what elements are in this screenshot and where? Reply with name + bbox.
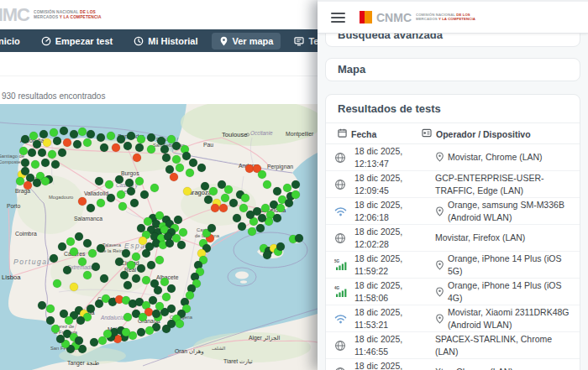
test-result-dot[interactable] [162, 154, 171, 162]
test-result-dot[interactable] [258, 170, 266, 179]
test-result-dot[interactable] [145, 326, 154, 335]
test-result-dot[interactable] [48, 150, 56, 159]
test-result-dot[interactable] [87, 204, 95, 212]
test-result-dot[interactable] [211, 204, 219, 212]
test-result-dot[interactable] [117, 135, 125, 143]
test-result-dot[interactable] [78, 197, 87, 206]
test-result-dot[interactable] [70, 130, 78, 138]
test-result-dot[interactable] [152, 310, 160, 318]
test-result-dot[interactable] [33, 140, 41, 149]
busqueda-avanzada-section[interactable]: Búsqueda avanzada [325, 34, 580, 47]
test-result-dot[interactable] [28, 149, 36, 157]
test-result-dot[interactable] [132, 253, 140, 261]
test-result-dot[interactable] [73, 140, 81, 149]
test-result-dot[interactable] [105, 180, 113, 189]
test-result-dot[interactable] [167, 284, 176, 293]
test-result-dot[interactable] [246, 211, 255, 219]
test-result-dot[interactable] [174, 216, 182, 224]
test-result-dot[interactable] [115, 175, 123, 184]
test-result-dot[interactable] [137, 328, 145, 336]
test-result-dot[interactable] [78, 128, 87, 136]
test-result-dot[interactable] [176, 164, 184, 172]
test-result-dot[interactable] [245, 164, 254, 173]
test-result-dot[interactable] [137, 135, 145, 143]
test-result-dot[interactable] [122, 328, 130, 336]
test-result-dot[interactable] [38, 301, 46, 310]
test-result-dot[interactable] [53, 279, 61, 288]
test-result-dot[interactable] [58, 242, 66, 251]
test-result-dot[interactable] [83, 138, 92, 147]
table-row[interactable]: 4G18 dic 2025,11:58:06Orange, iPhone 14 … [326, 279, 580, 305]
test-result-dot[interactable] [176, 320, 184, 328]
test-result-dot[interactable] [273, 187, 281, 195]
test-result-dot[interactable] [29, 132, 38, 140]
test-result-dot[interactable] [90, 338, 98, 347]
test-result-dot[interactable] [201, 182, 209, 190]
test-result-dot[interactable] [150, 184, 159, 192]
test-result-dot[interactable] [118, 202, 127, 211]
test-result-dot[interactable] [39, 130, 48, 138]
test-result-dot[interactable] [177, 241, 186, 249]
resultados-title[interactable]: Resultados de tests [326, 95, 580, 122]
test-result-dot[interactable] [83, 239, 92, 248]
test-result-dot[interactable] [160, 278, 169, 286]
test-result-dot[interactable] [127, 187, 135, 195]
test-result-dot[interactable] [258, 214, 266, 222]
test-result-dot[interactable] [51, 325, 60, 333]
test-result-dot[interactable] [155, 302, 164, 310]
test-result-dot[interactable] [107, 194, 115, 202]
table-row[interactable]: 18 dic 2025,12:09:45GCP-ENTERPRISE-USER-… [326, 171, 580, 198]
test-result-dot[interactable] [46, 316, 55, 325]
test-result-dot[interactable] [75, 336, 83, 345]
test-result-dot[interactable] [50, 254, 58, 263]
test-result-dot[interactable] [43, 138, 51, 147]
test-result-dot[interactable] [147, 145, 155, 154]
test-result-dot[interactable] [263, 180, 271, 189]
test-result-dot[interactable] [103, 330, 112, 338]
map[interactable]: A CoruñaSantiago deCompostelaOurenseBrag… [0, 104, 318, 370]
test-result-dot[interactable] [125, 179, 134, 187]
test-result-dot[interactable] [238, 222, 246, 231]
test-result-dot[interactable] [139, 313, 147, 321]
test-result-dot[interactable] [207, 224, 216, 232]
test-result-dot[interactable] [162, 325, 171, 333]
test-result-dot[interactable] [53, 137, 61, 145]
test-result-dot[interactable] [209, 187, 218, 195]
test-result-dot[interactable] [139, 237, 147, 245]
test-result-dot[interactable] [100, 143, 108, 152]
test-result-dot[interactable] [189, 159, 197, 167]
table-row[interactable]: 18 dic 2025,11:46:55SPACEX-STARLINK, Chr… [326, 332, 580, 359]
test-result-dot[interactable] [241, 194, 249, 202]
test-result-dot[interactable] [263, 251, 271, 259]
test-result-dot[interactable] [167, 305, 176, 313]
test-result-dot[interactable] [16, 177, 24, 185]
test-result-dot[interactable] [33, 179, 41, 187]
test-result-dot[interactable] [172, 155, 181, 164]
test-result-dot[interactable] [224, 185, 233, 194]
test-result-dot[interactable] [140, 190, 149, 199]
mapa-section[interactable]: Mapa [325, 58, 580, 81]
test-result-dot[interactable] [97, 199, 105, 207]
table-row[interactable]: 18 dic 2025,11:53:21Movistar, Xiaomi 231… [326, 305, 580, 332]
test-result-dot[interactable] [154, 286, 162, 294]
table-row[interactable]: 5G18 dic 2025,11:59:22Orange, iPhone 14 … [326, 252, 580, 279]
test-result-dot[interactable] [204, 195, 213, 204]
test-result-dot[interactable] [179, 228, 187, 237]
test-result-dot[interactable] [137, 264, 145, 273]
menu-icon[interactable] [331, 13, 345, 23]
test-result-dot[interactable] [133, 154, 141, 162]
test-result-dot[interactable] [183, 187, 192, 195]
table-row[interactable]: 18 dic 2025,11:41:16Xtra, Chrome (LAN) [326, 359, 580, 370]
test-result-dot[interactable] [97, 133, 105, 142]
test-result-dot[interactable] [112, 143, 120, 152]
test-result-dot[interactable] [41, 177, 50, 185]
test-result-dot[interactable] [58, 149, 66, 157]
test-result-dot[interactable] [75, 232, 83, 241]
test-result-dot[interactable] [88, 249, 97, 258]
test-result-dot[interactable] [291, 190, 300, 199]
test-result-dot[interactable] [142, 276, 150, 284]
test-result-dot[interactable] [155, 256, 164, 264]
test-result-dot[interactable] [50, 128, 58, 137]
test-result-dot[interactable] [137, 224, 145, 232]
test-result-dot[interactable] [122, 249, 130, 258]
